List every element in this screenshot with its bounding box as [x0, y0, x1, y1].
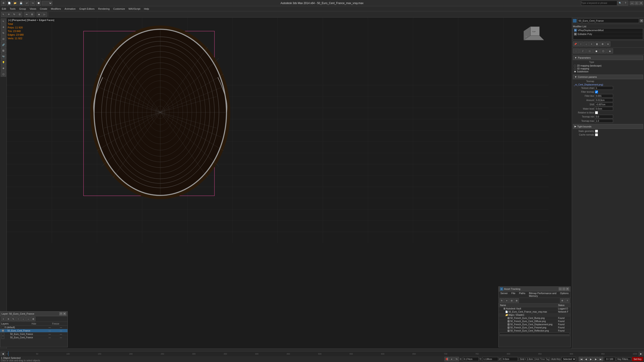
- texmap-min-input[interactable]: [595, 115, 613, 118]
- lt-scale-btn[interactable]: ⊡: [1, 36, 6, 41]
- layer-panel-title-bar[interactable]: Layer: 50_Euro_Cent_France ? ✕: [0, 312, 68, 316]
- table-row[interactable]: 🖼 50_French_Euro_Cent_Reflection.png Fou…: [499, 329, 570, 333]
- key-filters-btn[interactable]: Key Filters...: [616, 358, 631, 361]
- help-btn[interactable]: ?: [623, 1, 628, 6]
- parameters-header[interactable]: ▼ Parameters: [573, 55, 643, 60]
- at-menu-bitmap-perf[interactable]: Bitmap Performance and Memory: [527, 291, 558, 298]
- menu-animation[interactable]: Animation: [63, 6, 78, 11]
- lt-helpers-btn[interactable]: ⊕: [1, 65, 6, 71]
- next-frame-btn[interactable]: ▶: [594, 357, 598, 361]
- table-row[interactable]: 🖼 50_French_Euro_Cent_Fresnel.png Found: [499, 326, 570, 329]
- go-end-btn[interactable]: ▶|: [599, 357, 603, 361]
- at-icons-btn[interactable]: ⊞: [514, 298, 519, 303]
- layer-move-btn[interactable]: →: [26, 317, 30, 321]
- mirror-btn[interactable]: ⇔: [24, 12, 29, 17]
- align-btn[interactable]: ⊟: [30, 12, 34, 17]
- modifier-list[interactable]: V VRayDisplacementMod E Editable Poly: [573, 28, 643, 39]
- at-refresh-btn[interactable]: ↻: [500, 298, 504, 303]
- modifier-item-vray[interactable]: V VRayDisplacementMod: [573, 28, 643, 32]
- subobj-border-btn[interactable]: □: [586, 48, 593, 53]
- search-input[interactable]: [581, 1, 617, 6]
- menu-help[interactable]: Help: [142, 6, 151, 11]
- layer-check-1[interactable]: [2, 329, 4, 332]
- at-menu-file[interactable]: File: [510, 291, 517, 298]
- layer-row[interactable]: 50_Euro_Cent_France — —: [0, 336, 68, 339]
- current-time-input[interactable]: [604, 357, 615, 361]
- shift-input[interactable]: [595, 103, 613, 106]
- radio-3d-mapping[interactable]: 3D mapping: [574, 67, 642, 70]
- close-btn[interactable]: ✕: [639, 1, 643, 5]
- lt-select-btn[interactable]: ↖: [1, 18, 6, 24]
- menu-tools[interactable]: Tools: [8, 6, 18, 11]
- undo-btn[interactable]: ↩: [24, 1, 29, 6]
- layer-settings-btn[interactable]: ⚙: [31, 317, 36, 321]
- layer-new-btn[interactable]: +: [1, 317, 6, 321]
- y-coord-input[interactable]: [482, 357, 498, 361]
- layer-panel-help-btn[interactable]: ?: [59, 312, 62, 315]
- common-params-header[interactable]: ▼ Common params: [573, 75, 643, 79]
- timeline-track[interactable]: 0 50 100 150 200 250 300 350 400 450 500…: [6, 352, 638, 356]
- play-btn[interactable]: ▶: [589, 357, 593, 361]
- redo-btn[interactable]: ↪: [30, 1, 35, 6]
- minimize-btn[interactable]: —: [630, 1, 634, 5]
- panel-settings-btn[interactable]: ▾: [640, 19, 643, 22]
- mod-move-down-btn[interactable]: ↓: [584, 41, 589, 46]
- save-file-btn[interactable]: 💾: [18, 1, 24, 6]
- layer-select-btn[interactable]: ↖: [11, 317, 16, 321]
- table-row[interactable]: 🏛 Autodesk Vault Logged O: [499, 307, 570, 310]
- layer-check-3[interactable]: [2, 336, 4, 339]
- table-row[interactable]: 🖼 50_French_Euro_Cent_Bump.png Found: [499, 317, 570, 320]
- layer-down-btn[interactable]: ↓: [21, 317, 26, 321]
- auto-key-select[interactable]: Selected: [562, 357, 576, 361]
- render-btn[interactable]: ▷: [42, 12, 47, 17]
- lt-shapes-btn[interactable]: ◻: [1, 71, 6, 77]
- mod-delete-btn[interactable]: 🗑: [594, 41, 600, 46]
- open-file-btn[interactable]: 📂: [13, 1, 18, 6]
- workspace-dropdown[interactable]: Workspace: Default: [42, 1, 52, 5]
- move-btn[interactable]: ✛: [6, 12, 11, 17]
- at-detail-btn[interactable]: ⊟: [510, 298, 514, 303]
- select-btn[interactable]: ↖: [1, 12, 6, 17]
- cache-normals-checkbox[interactable]: [595, 133, 598, 136]
- snap-toggle-btn[interactable]: 🧲: [444, 357, 449, 361]
- subobj-extra-btn[interactable]: ◈: [607, 48, 613, 53]
- search-btn[interactable]: 🔍: [618, 1, 622, 6]
- layer-row[interactable]: 50_Euro_Cent_France — —: [0, 333, 68, 336]
- radio-subdivision[interactable]: Subdivision: [574, 70, 642, 73]
- mod-add-btn[interactable]: +: [589, 41, 594, 46]
- timeline-next-btn[interactable]: ▶: [638, 352, 644, 356]
- menu-rendering[interactable]: Rendering: [96, 6, 112, 11]
- layer-row[interactable]: 50_Euro_Cent_France — —: [0, 329, 68, 333]
- lt-light-btn[interactable]: 💡: [1, 59, 6, 65]
- prev-frame-btn[interactable]: ◀: [584, 357, 588, 361]
- at-menu-paths[interactable]: Paths: [517, 291, 527, 298]
- filter-blur-input[interactable]: [595, 94, 613, 98]
- timeline-prev-btn[interactable]: ◀: [0, 352, 6, 356]
- layer-check-0[interactable]: [2, 326, 4, 329]
- mod-move-up-btn[interactable]: ↑: [578, 41, 583, 46]
- menu-graph-editors[interactable]: Graph Editors: [78, 6, 96, 11]
- table-row[interactable]: 🖼 50_French_Euro_Cent_Diffuse.png Found: [499, 320, 570, 323]
- menu-customize[interactable]: Customize: [112, 6, 127, 11]
- x-coord-input[interactable]: [463, 357, 479, 361]
- app-icon[interactable]: ⚙: [1, 1, 6, 6]
- viewport[interactable]: TOP L [+] [Perspective] [Shaded + Edged …: [7, 17, 572, 349]
- filter-texmap-checkbox[interactable]: [595, 90, 598, 93]
- timeline-bar[interactable]: ◀ 0 50 100 150 200 250 300 350 400 450 5…: [0, 351, 644, 356]
- rotate-btn[interactable]: ↻: [12, 12, 17, 17]
- menu-group[interactable]: Group: [18, 6, 28, 11]
- radio-2d-mapping[interactable]: 2D mapping (landscape): [574, 64, 642, 67]
- lt-unlink-btn[interactable]: ⛓: [1, 48, 6, 53]
- at-menu-server[interactable]: Server: [499, 291, 510, 298]
- subobj-element-btn[interactable]: ⬡: [600, 48, 606, 53]
- asset-tracking-close-btn[interactable]: ✕: [566, 287, 569, 291]
- material-btn[interactable]: ◈: [36, 12, 42, 17]
- percent-snap-btn[interactable]: %: [454, 357, 459, 361]
- subobj-edge-btn[interactable]: /: [580, 48, 586, 53]
- mod-config-btn[interactable]: ⚙: [600, 41, 605, 46]
- z-coord-input[interactable]: [502, 357, 518, 361]
- asset-tracking-minimize-btn[interactable]: —: [559, 287, 562, 291]
- at-help-btn[interactable]: ?: [565, 298, 570, 303]
- lt-move-btn[interactable]: ✛: [1, 24, 6, 30]
- at-list-btn[interactable]: ≡: [504, 298, 509, 303]
